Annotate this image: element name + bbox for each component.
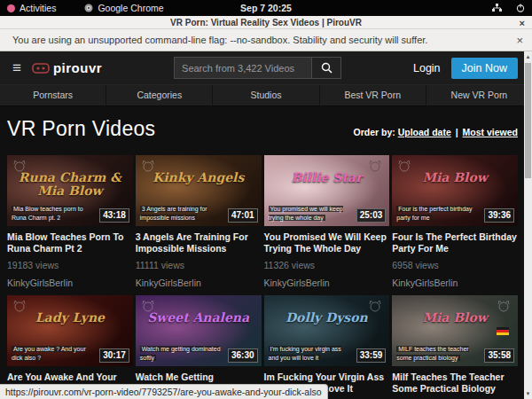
network-icon[interactable] — [492, 4, 502, 12]
site-navbar: ≡ pirouvr Login Join Now — [0, 51, 532, 84]
join-now-button[interactable]: Join Now — [451, 58, 518, 79]
video-studio-link[interactable]: KinkyGirlsBerlin — [392, 278, 518, 288]
video-thumbnail[interactable]: Lady Lyne Are you awake ? And your dick … — [7, 295, 133, 366]
activities-button[interactable]: Activities — [7, 3, 56, 13]
video-thumbnail[interactable]: Runa Charm & Mia Blow Mia Blow teaches p… — [7, 155, 133, 226]
page-title: VR Porn Videos — [7, 117, 155, 141]
search-input[interactable] — [174, 57, 311, 79]
video-thumbnail[interactable]: Billie Star You promised we will keep tr… — [264, 155, 390, 226]
browser-warning-bar: You are using an unsupported command-lin… — [0, 29, 532, 51]
window-title: VR Porn: Virtual Reality Sex Videos | Pi… — [170, 18, 362, 27]
studio-cat-logo-icon — [397, 160, 411, 172]
order-separator: | — [456, 127, 458, 137]
order-by-label: Order by: — [353, 127, 395, 137]
video-views: 11326 views — [264, 260, 390, 270]
logo-text: pirouvr — [53, 60, 102, 75]
page-viewport: ≡ pirouvr Login Join Now Pornstars Categ… — [0, 51, 532, 399]
video-views: 19183 views — [7, 260, 133, 270]
login-link[interactable]: Login — [413, 62, 441, 74]
thumbnail-model-name: Sweet Analena — [136, 311, 262, 325]
warning-close-icon[interactable]: × — [516, 34, 523, 47]
order-by-controls: Order by: Upload date | Most viewed — [353, 127, 518, 137]
vr-goggles-icon — [32, 63, 50, 74]
browser-scrollbar[interactable]: ▲ ▼ — [524, 51, 532, 399]
video-views: 11111 views — [136, 260, 262, 270]
chrome-icon — [84, 4, 93, 12]
thumbnail-caption: You promised we will keep trying the who… — [269, 205, 352, 222]
thumbnail-model-name: Mia Blow — [392, 311, 518, 325]
main-menu: Pornstars Categories Studios Best VR Por… — [0, 84, 532, 106]
video-views: 6958 views — [392, 260, 518, 270]
studio-cat-logo-icon — [497, 300, 511, 312]
video-thumbnail[interactable]: Mia Blow Four is the perfect birthday pa… — [392, 155, 518, 226]
video-card[interactable]: Kinky Angels 3 Angels are training for i… — [136, 155, 262, 288]
duration-badge: 47:01 — [228, 208, 258, 223]
thumbnail-caption: MILF teaches the teacher some practical … — [396, 345, 480, 362]
video-studio-link[interactable]: KinkyGirlsBerlin — [7, 278, 133, 288]
duration-badge: 39:36 — [484, 208, 514, 223]
order-most-viewed-link[interactable]: Most viewed — [463, 127, 518, 137]
clock[interactable]: Sep 7 20:25 — [240, 3, 292, 13]
status-url: https://pirouvr.com/vr-porn-video/779325… — [5, 387, 322, 397]
site-logo[interactable]: pirouvr — [32, 60, 102, 75]
studio-cat-logo-icon — [368, 300, 382, 312]
thumbnail-model-name: Billie Star — [264, 171, 390, 184]
video-thumbnail[interactable]: Sweet Analena Watch me getting dominated… — [136, 295, 262, 366]
menu-item-studios[interactable]: Studios — [213, 85, 318, 106]
thumbnail-model-name: Runa Charm & Mia Blow — [7, 171, 133, 197]
video-grid: Runa Charm & Mia Blow Mia Blow teaches p… — [7, 155, 518, 399]
scrollbar-down-arrow-icon[interactable]: ▼ — [524, 388, 532, 399]
video-studio-link[interactable]: KinkyGirlsBerlin — [136, 278, 262, 288]
scrollbar-thumb[interactable] — [525, 63, 531, 178]
duration-badge: 36:30 — [228, 348, 258, 363]
thumbnail-caption: Four is the perfect birthday party for m… — [396, 205, 480, 222]
video-title[interactable]: You Promised We Will Keep Trying The Who… — [264, 231, 390, 254]
german-flag-icon — [497, 327, 509, 335]
menu-item-new-vr-porn[interactable]: New VR Porn — [426, 85, 532, 106]
menu-item-categories[interactable]: Categories — [106, 85, 212, 106]
duration-badge: 33:59 — [356, 348, 387, 363]
video-card[interactable]: Billie Star You promised we will keep tr… — [264, 155, 390, 288]
search-icon — [321, 62, 332, 74]
app-name-label: Google Chrome — [98, 3, 163, 13]
warning-message: You are using an unsupported command-lin… — [12, 35, 427, 45]
menu-item-pornstars[interactable]: Pornstars — [0, 85, 106, 106]
video-title[interactable]: 3 Angels Are Training For Impossible Mis… — [136, 231, 262, 254]
video-title[interactable]: Milf Teaches The Teacher Some Practical … — [392, 372, 518, 395]
thumbnail-caption: Watch me getting dominated softly — [140, 345, 223, 362]
duration-badge: 35:58 — [484, 348, 514, 363]
hamburger-menu-icon[interactable]: ≡ — [12, 60, 21, 75]
order-upload-date-link[interactable]: Upload date — [398, 127, 451, 137]
page-content: VR Porn Videos Order by: Upload date | M… — [0, 106, 532, 399]
video-title[interactable]: Mia Blow Teaches Porn To Runa Charm Pt 2 — [7, 231, 133, 254]
duration-badge: 30:17 — [99, 348, 129, 363]
video-thumbnail[interactable]: Mia Blow MILF teaches the teacher some p… — [392, 295, 518, 366]
video-thumbnail[interactable]: Kinky Angels 3 Angels are training for i… — [136, 155, 262, 226]
screen: Activities Google Chrome Sep 7 20:25 VR … — [0, 0, 532, 399]
video-title[interactable]: Four Is The Perfect Birthday Party For M… — [392, 231, 518, 254]
power-icon[interactable] — [516, 4, 525, 12]
video-card[interactable]: Mia Blow MILF teaches the teacher some p… — [392, 295, 518, 399]
thumbnail-caption: Are you awake ? And your dick also ? — [12, 345, 95, 362]
thumbnail-model-name: Lady Lyne — [7, 311, 133, 325]
window-title-bar: VR Porn: Virtual Reality Sex Videos | Pi… — [0, 16, 532, 29]
search-button[interactable] — [311, 57, 341, 79]
window-close-button[interactable]: × — [520, 16, 525, 29]
focused-app-menu[interactable]: Google Chrome — [84, 3, 163, 13]
activities-label: Activities — [20, 3, 56, 13]
duration-badge: 25:03 — [356, 208, 387, 223]
video-studio-link[interactable]: KinkyGirlsBerlin — [264, 278, 390, 288]
thumbnail-caption: I'm fucking your virgin ass and you will… — [269, 345, 352, 362]
thumbnail-model-name: Dolly Dyson — [264, 311, 390, 325]
browser-status-bar: https://pirouvr.com/vr-porn-video/779325… — [0, 384, 328, 399]
system-top-bar: Activities Google Chrome Sep 7 20:25 — [0, 0, 532, 16]
video-thumbnail[interactable]: Dolly Dyson I'm fucking your virgin ass … — [264, 295, 390, 366]
menu-item-best-vr-porn[interactable]: Best VR Porn — [320, 85, 426, 106]
search-box — [174, 57, 341, 79]
scrollbar-up-arrow-icon[interactable]: ▲ — [524, 51, 532, 62]
thumbnail-caption: 3 Angels are training for impossible mis… — [140, 205, 223, 222]
video-card[interactable]: Mia Blow Four is the perfect birthday pa… — [392, 155, 518, 288]
video-card[interactable]: Runa Charm & Mia Blow Mia Blow teaches p… — [7, 155, 133, 288]
thumbnail-caption: Mia Blow teaches porn to Runa Charm pt. … — [12, 205, 95, 222]
studio-cat-logo-icon — [12, 300, 27, 312]
